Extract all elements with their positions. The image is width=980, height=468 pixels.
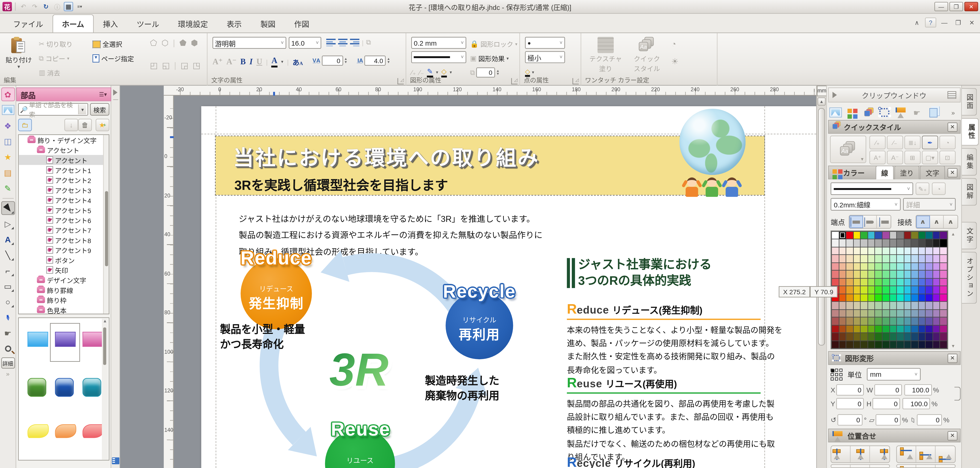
palette-color[interactable] xyxy=(912,341,918,348)
part-swatch-9[interactable] xyxy=(83,424,103,438)
palette-color[interactable] xyxy=(940,263,947,270)
color-section-header[interactable]: カラー 線塗り文字 ✕ xyxy=(828,166,961,180)
skew-h-field[interactable]: 0 xyxy=(876,414,901,426)
tree-scrollbar[interactable] xyxy=(103,135,109,314)
palette-color[interactable] xyxy=(846,279,853,286)
menu-tab-1[interactable]: ファイル xyxy=(4,14,52,32)
favorites-star-icon[interactable]: ★ xyxy=(1,150,15,164)
palette-color[interactable] xyxy=(868,240,875,247)
menu-tab-2[interactable]: ホーム xyxy=(52,14,94,32)
palette-color[interactable] xyxy=(854,271,860,278)
tree-item-色見本[interactable]: 色見本 xyxy=(19,305,109,314)
join-bevel-button[interactable]: ∧ xyxy=(944,216,958,228)
palette-color[interactable] xyxy=(868,318,875,325)
copy-button[interactable]: ⧉コピー▾ xyxy=(39,54,69,63)
palette-color[interactable] xyxy=(904,287,911,294)
palette-color[interactable] xyxy=(926,247,932,255)
color-tab-塗り[interactable]: 塗り xyxy=(894,165,920,179)
y-field[interactable]: 0 xyxy=(837,398,864,409)
palette-color[interactable] xyxy=(854,263,860,270)
palette-color[interactable] xyxy=(846,240,853,247)
palette-color[interactable] xyxy=(904,279,911,286)
quick-style-button[interactable]: Aa クイックスタイル xyxy=(628,36,666,74)
palette-color[interactable] xyxy=(940,271,947,278)
color-tab-線[interactable]: 線 xyxy=(876,165,894,179)
part-swatch-8[interactable] xyxy=(55,424,76,438)
tree-view-toggle[interactable]: 🗀 xyxy=(18,119,32,131)
canvas-vscrollbar[interactable]: mm ▲ xyxy=(816,86,826,468)
palette-color[interactable] xyxy=(904,263,911,270)
tree-item-飾り罫線[interactable]: 飾り罫線 xyxy=(19,285,109,295)
palette-color[interactable] xyxy=(854,310,860,317)
font-smaller-button[interactable]: A⁻ xyxy=(226,56,237,66)
clip-collapse-icon[interactable] xyxy=(832,92,837,98)
palette-color[interactable] xyxy=(940,287,947,294)
join-round-button[interactable]: ∧ xyxy=(930,216,944,228)
toolbox-overflow-icon[interactable]: » xyxy=(6,371,10,377)
palette-color[interactable] xyxy=(868,247,875,255)
bold-button[interactable]: B xyxy=(240,56,246,66)
palette-color[interactable] xyxy=(897,294,904,301)
palette-color[interactable] xyxy=(854,255,860,262)
palette-color[interactable] xyxy=(918,302,925,309)
side-tab-属性[interactable]: 属性 xyxy=(962,118,978,145)
palette-color[interactable] xyxy=(904,310,911,317)
palette-color[interactable] xyxy=(861,247,867,255)
palette-color[interactable] xyxy=(861,232,867,239)
align-button[interactable] xyxy=(935,465,955,468)
clipart-image-icon[interactable] xyxy=(1,103,15,117)
palette-color[interactable] xyxy=(918,287,925,294)
quickstyle-section-header[interactable]: クイックスタイル ✕ xyxy=(828,120,961,134)
palette-color[interactable] xyxy=(912,247,918,255)
palette-color[interactable] xyxy=(846,325,853,333)
align-button[interactable] xyxy=(897,465,916,468)
parts-panel-header[interactable]: 部品☰▾ xyxy=(16,88,111,101)
palette-color[interactable] xyxy=(875,310,882,317)
palette-color[interactable] xyxy=(883,294,889,301)
font-down-button[interactable]: A⁻ xyxy=(887,150,903,164)
palette-color[interactable] xyxy=(940,232,947,239)
pen-plus-icon[interactable]: ✎₊ xyxy=(916,183,929,195)
fill-color-button[interactable]: ◇ xyxy=(441,67,447,77)
palette-color[interactable] xyxy=(926,341,932,348)
palette-color[interactable] xyxy=(912,240,918,247)
menu-tab-7[interactable]: 製図 xyxy=(251,14,285,32)
palette-color[interactable] xyxy=(897,318,904,325)
palette-color[interactable] xyxy=(926,333,932,340)
palette-color[interactable] xyxy=(839,341,846,348)
palette-color[interactable] xyxy=(918,310,925,317)
color-tab-文字[interactable]: 文字 xyxy=(920,165,945,179)
palette-color[interactable] xyxy=(912,325,918,333)
palette-color[interactable] xyxy=(933,310,940,317)
tree-item-アクセント9[interactable]: アクセント9 xyxy=(19,245,109,255)
palette-color[interactable] xyxy=(926,302,932,309)
palette-color[interactable] xyxy=(839,232,846,239)
palette-color[interactable] xyxy=(883,240,889,247)
shape-transform-icon[interactable] xyxy=(878,106,891,119)
palette-color[interactable] xyxy=(897,279,904,286)
palette-color[interactable] xyxy=(926,255,932,262)
join-miter-button[interactable]: ∧ xyxy=(916,216,930,228)
palette-color[interactable] xyxy=(890,287,896,294)
palette-color[interactable] xyxy=(868,294,875,301)
align-button[interactable] xyxy=(831,465,851,468)
palette-color[interactable] xyxy=(883,263,889,270)
palette-color[interactable] xyxy=(918,294,925,301)
palette-color[interactable] xyxy=(904,232,911,239)
palette-color[interactable] xyxy=(839,263,846,270)
palette-color[interactable] xyxy=(883,302,889,309)
palette-color[interactable] xyxy=(918,247,925,255)
align-button[interactable] xyxy=(851,446,870,462)
clip-list-icon[interactable] xyxy=(948,91,956,99)
tree-item-アクセント6[interactable]: アクセント6 xyxy=(19,215,109,225)
palette-color[interactable] xyxy=(868,263,875,270)
palette-color[interactable] xyxy=(918,271,925,278)
palette-color[interactable] xyxy=(897,232,904,239)
font-size-combo[interactable]: 16.0˅ xyxy=(289,37,321,49)
palette-color[interactable] xyxy=(883,279,889,286)
tree-item-飾り枠[interactable]: 飾り枠 xyxy=(19,295,109,305)
palette-color[interactable] xyxy=(875,240,882,247)
palette-color[interactable] xyxy=(832,271,838,278)
palette-color[interactable] xyxy=(940,255,947,262)
line-style-combo[interactable]: ˅ xyxy=(411,51,466,63)
